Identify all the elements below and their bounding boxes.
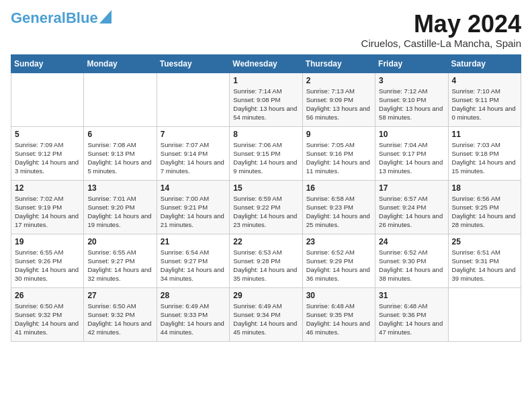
day-info: Sunrise: 6:53 AMSunset: 9:28 PMDaylight:…: [233, 248, 298, 283]
month-title: May 2024: [361, 11, 521, 38]
calendar-cell: 4Sunrise: 7:10 AMSunset: 9:11 PMDaylight…: [448, 73, 521, 126]
day-info: Sunrise: 6:52 AMSunset: 9:30 PMDaylight:…: [379, 248, 444, 283]
day-info: Sunrise: 6:59 AMSunset: 9:22 PMDaylight:…: [233, 194, 298, 230]
calendar-cell: 21Sunrise: 6:54 AMSunset: 9:27 PMDayligh…: [157, 234, 229, 287]
day-info: Sunrise: 6:58 AMSunset: 9:23 PMDaylight:…: [306, 194, 371, 230]
day-number: 2: [306, 76, 371, 85]
calendar-cell: 15Sunrise: 6:59 AMSunset: 9:22 PMDayligh…: [230, 180, 302, 234]
day-info: Sunrise: 7:06 AMSunset: 9:15 PMDaylight:…: [233, 140, 298, 176]
calendar-cell: 5Sunrise: 7:09 AMSunset: 9:12 PMDaylight…: [11, 126, 84, 180]
calendar-cell: 1Sunrise: 7:14 AMSunset: 9:08 PMDaylight…: [230, 73, 302, 126]
day-number: 14: [161, 183, 226, 193]
day-number: 4: [452, 76, 517, 85]
calendar-cell: 23Sunrise: 6:52 AMSunset: 9:29 PMDayligh…: [302, 234, 375, 287]
day-info: Sunrise: 7:14 AMSunset: 9:08 PMDaylight:…: [233, 87, 298, 122]
calendar-cell: 16Sunrise: 6:58 AMSunset: 9:23 PMDayligh…: [302, 180, 375, 234]
calendar-cell: [157, 73, 229, 126]
calendar-cell: 20Sunrise: 6:55 AMSunset: 9:27 PMDayligh…: [84, 234, 157, 287]
calendar-cell: 27Sunrise: 6:50 AMSunset: 9:32 PMDayligh…: [84, 287, 157, 341]
day-number: 15: [233, 183, 298, 193]
calendar-week-row: 12Sunrise: 7:02 AMSunset: 9:19 PMDayligh…: [11, 180, 521, 234]
day-info: Sunrise: 6:49 AMSunset: 9:34 PMDaylight:…: [233, 302, 298, 337]
day-info: Sunrise: 6:49 AMSunset: 9:33 PMDaylight:…: [161, 302, 226, 337]
day-info: Sunrise: 6:48 AMSunset: 9:35 PMDaylight:…: [306, 302, 371, 337]
day-info: Sunrise: 7:10 AMSunset: 9:11 PMDaylight:…: [452, 87, 517, 122]
calendar-week-row: 1Sunrise: 7:14 AMSunset: 9:08 PMDaylight…: [11, 73, 521, 126]
calendar-week-row: 26Sunrise: 6:50 AMSunset: 9:32 PMDayligh…: [11, 287, 521, 341]
calendar-cell: [448, 287, 521, 341]
weekday-header-row: SundayMondayTuesdayWednesdayThursdayFrid…: [11, 54, 521, 73]
page-header: GeneralBlue May 2024 Ciruelos, Castille-…: [11, 11, 521, 49]
calendar-cell: 2Sunrise: 7:13 AMSunset: 9:09 PMDaylight…: [302, 73, 375, 126]
day-number: 29: [233, 291, 298, 300]
day-number: 22: [233, 237, 298, 246]
weekday-header-cell: Thursday: [302, 54, 375, 73]
calendar-cell: 24Sunrise: 6:52 AMSunset: 9:30 PMDayligh…: [375, 234, 448, 287]
calendar-cell: 30Sunrise: 6:48 AMSunset: 9:35 PMDayligh…: [302, 287, 375, 341]
weekday-header-cell: Monday: [84, 54, 157, 73]
day-number: 28: [161, 291, 226, 300]
day-info: Sunrise: 6:55 AMSunset: 9:26 PMDaylight:…: [15, 248, 80, 283]
day-number: 21: [161, 237, 226, 246]
day-number: 16: [306, 183, 371, 193]
day-info: Sunrise: 7:13 AMSunset: 9:09 PMDaylight:…: [306, 87, 371, 122]
calendar-cell: [84, 73, 157, 126]
svg-marker-0: [99, 10, 112, 24]
day-number: 30: [306, 291, 371, 300]
day-number: 5: [15, 130, 80, 139]
day-info: Sunrise: 6:48 AMSunset: 9:36 PMDaylight:…: [379, 302, 444, 337]
day-info: Sunrise: 6:56 AMSunset: 9:25 PMDaylight:…: [452, 194, 517, 230]
day-number: 18: [452, 183, 517, 193]
day-info: Sunrise: 6:51 AMSunset: 9:31 PMDaylight:…: [452, 248, 517, 283]
calendar-table: SundayMondayTuesdayWednesdayThursdayFrid…: [11, 54, 521, 342]
day-number: 26: [15, 291, 80, 300]
calendar-cell: 8Sunrise: 7:06 AMSunset: 9:15 PMDaylight…: [230, 126, 302, 180]
weekday-header-cell: Tuesday: [157, 54, 229, 73]
calendar-body: 1Sunrise: 7:14 AMSunset: 9:08 PMDaylight…: [11, 73, 521, 341]
day-number: 10: [379, 130, 444, 139]
day-number: 17: [379, 183, 444, 193]
calendar-cell: 19Sunrise: 6:55 AMSunset: 9:26 PMDayligh…: [11, 234, 84, 287]
day-number: 6: [87, 130, 152, 139]
location-text: Ciruelos, Castille-La Mancha, Spain: [361, 38, 521, 49]
calendar-cell: 18Sunrise: 6:56 AMSunset: 9:25 PMDayligh…: [448, 180, 521, 234]
day-info: Sunrise: 7:03 AMSunset: 9:18 PMDaylight:…: [452, 140, 517, 176]
day-info: Sunrise: 6:55 AMSunset: 9:27 PMDaylight:…: [87, 248, 152, 283]
day-info: Sunrise: 6:57 AMSunset: 9:24 PMDaylight:…: [379, 194, 444, 230]
day-number: 27: [87, 291, 152, 300]
weekday-header-cell: Saturday: [448, 54, 521, 73]
day-number: 1: [233, 76, 298, 85]
day-info: Sunrise: 6:52 AMSunset: 9:29 PMDaylight:…: [306, 248, 371, 283]
calendar-cell: 7Sunrise: 7:07 AMSunset: 9:14 PMDaylight…: [157, 126, 229, 180]
day-info: Sunrise: 7:02 AMSunset: 9:19 PMDaylight:…: [15, 194, 80, 230]
day-info: Sunrise: 7:04 AMSunset: 9:17 PMDaylight:…: [379, 140, 444, 176]
day-info: Sunrise: 6:54 AMSunset: 9:27 PMDaylight:…: [161, 248, 226, 283]
calendar-cell: 29Sunrise: 6:49 AMSunset: 9:34 PMDayligh…: [230, 287, 302, 341]
calendar-cell: 17Sunrise: 6:57 AMSunset: 9:24 PMDayligh…: [375, 180, 448, 234]
day-number: 25: [452, 237, 517, 246]
calendar-cell: 25Sunrise: 6:51 AMSunset: 9:31 PMDayligh…: [448, 234, 521, 287]
day-number: 8: [233, 130, 298, 139]
day-info: Sunrise: 7:08 AMSunset: 9:13 PMDaylight:…: [87, 140, 152, 176]
day-info: Sunrise: 7:09 AMSunset: 9:12 PMDaylight:…: [15, 140, 80, 176]
calendar-cell: 28Sunrise: 6:49 AMSunset: 9:33 PMDayligh…: [157, 287, 229, 341]
calendar-cell: 13Sunrise: 7:01 AMSunset: 9:20 PMDayligh…: [84, 180, 157, 234]
calendar-cell: 12Sunrise: 7:02 AMSunset: 9:19 PMDayligh…: [11, 180, 84, 234]
day-number: 31: [379, 291, 444, 300]
day-number: 19: [15, 237, 80, 246]
day-number: 20: [87, 237, 152, 246]
calendar-week-row: 19Sunrise: 6:55 AMSunset: 9:26 PMDayligh…: [11, 234, 521, 287]
calendar-cell: 3Sunrise: 7:12 AMSunset: 9:10 PMDaylight…: [375, 73, 448, 126]
day-number: 23: [306, 237, 371, 246]
day-info: Sunrise: 7:05 AMSunset: 9:16 PMDaylight:…: [306, 140, 371, 176]
day-info: Sunrise: 7:12 AMSunset: 9:10 PMDaylight:…: [379, 87, 444, 122]
weekday-header-cell: Wednesday: [230, 54, 302, 73]
day-number: 13: [87, 183, 152, 193]
title-block: May 2024 Ciruelos, Castille-La Mancha, S…: [361, 11, 521, 49]
calendar-week-row: 5Sunrise: 7:09 AMSunset: 9:12 PMDaylight…: [11, 126, 521, 180]
calendar-cell: 9Sunrise: 7:05 AMSunset: 9:16 PMDaylight…: [302, 126, 375, 180]
weekday-header-cell: Friday: [375, 54, 448, 73]
day-info: Sunrise: 7:01 AMSunset: 9:20 PMDaylight:…: [87, 194, 152, 230]
calendar-cell: 14Sunrise: 7:00 AMSunset: 9:21 PMDayligh…: [157, 180, 229, 234]
weekday-header-cell: Sunday: [11, 54, 84, 73]
